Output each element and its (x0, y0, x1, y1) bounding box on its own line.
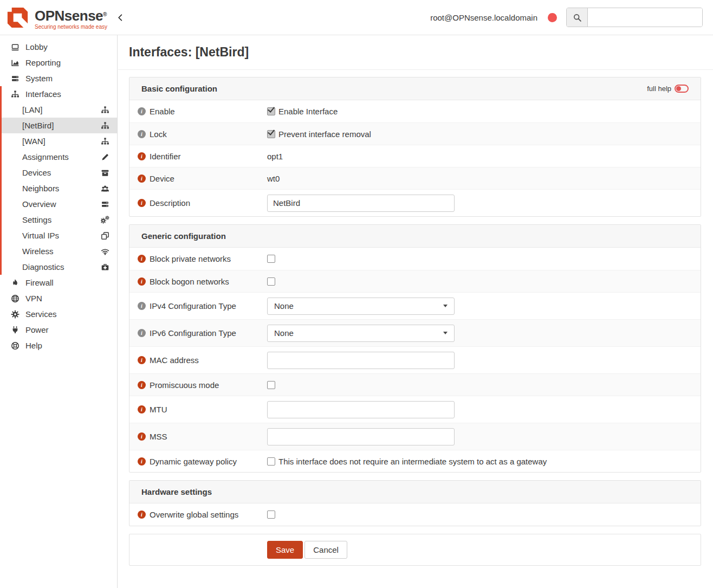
sidebar-item-power[interactable]: Power (0, 322, 117, 338)
description-input[interactable] (267, 195, 455, 212)
sidebar-item-label: [NetBird] (22, 121, 54, 130)
ipv4-configuration-type-select[interactable]: None (267, 298, 455, 315)
header-right: root@OPNsense.localdomain (430, 8, 703, 27)
sidebar-item-devices[interactable]: Devices (0, 165, 117, 180)
life-ring-icon (10, 341, 20, 350)
laptop-icon (10, 43, 20, 51)
info-icon[interactable]: i (138, 511, 146, 519)
panel-title: Hardware settings (141, 487, 212, 496)
info-icon[interactable]: i (138, 381, 146, 389)
page-title: Interfaces: [NetBird] (129, 45, 249, 60)
sidebar-item-label: Help (25, 341, 42, 350)
overwrite-global-settings-checkbox[interactable] (267, 511, 275, 519)
sidebar-item-label: Power (25, 325, 49, 334)
sidebar-item-wan[interactable]: [WAN] (0, 133, 117, 149)
field-label-text: IPv4 Configuration Type (150, 301, 236, 311)
field-label-description: iDescription (129, 198, 267, 208)
mtu-input[interactable] (267, 401, 455, 418)
top-header: OPNsense® Securing networks made easy ro… (0, 0, 713, 35)
form-row-description: iDescription (129, 189, 701, 216)
full-help-toggle[interactable]: full help (647, 85, 689, 93)
promiscuous-mode-checkbox[interactable] (267, 381, 275, 389)
form-row-block-private-networks: iBlock private networks (129, 248, 701, 270)
checkbox-label: This interface does not require an inter… (278, 457, 547, 466)
field-label-ipv4-configuration-type: iIPv4 Configuration Type (129, 301, 267, 311)
field-label-text: Enable (150, 107, 175, 116)
info-icon[interactable]: i (138, 175, 146, 183)
notification-dot[interactable] (548, 13, 557, 22)
info-icon[interactable]: i (138, 255, 146, 263)
field-label-text: Identifier (150, 152, 181, 161)
chart-icon (10, 59, 20, 67)
search-icon (567, 8, 588, 27)
form-row-lock: iLockPrevent interface removal (129, 122, 701, 145)
info-icon[interactable]: i (138, 277, 146, 286)
logo-name: OPNsense® (35, 8, 107, 22)
sidebar-item-diagnostics[interactable]: Diagnostics (0, 259, 117, 275)
sidebar-item-settings[interactable]: Settings (0, 212, 117, 228)
sidebar-item-lan[interactable]: [LAN] (0, 102, 117, 118)
mss-input[interactable] (267, 428, 455, 445)
sidebar-item-label: VPN (25, 294, 42, 303)
sidebar-item-label: Lobby (25, 42, 48, 51)
page-title-bar: Interfaces: [NetBird] (118, 35, 713, 70)
info-icon[interactable]: i (138, 457, 146, 466)
cancel-button[interactable]: Cancel (304, 541, 347, 559)
enable-checkbox[interactable] (267, 107, 275, 115)
select-value: None (274, 301, 294, 311)
sidebar-item-netbird[interactable]: [NetBird] (0, 118, 117, 133)
sidebar-item-lobby[interactable]: Lobby (0, 39, 117, 55)
sidebar-item-help[interactable]: Help (0, 338, 117, 353)
info-icon[interactable]: i (138, 432, 146, 441)
info-icon[interactable]: i (138, 107, 146, 115)
ipv6-configuration-type-select[interactable]: None (267, 325, 455, 342)
global-search-input[interactable] (588, 8, 702, 27)
field-label-block-private-networks: iBlock private networks (129, 254, 267, 263)
sidebar-item-system[interactable]: System (0, 70, 117, 86)
info-icon[interactable]: i (138, 356, 146, 364)
field-label-mtu: iMTU (129, 405, 267, 414)
sidebar-item-services[interactable]: Services (0, 306, 117, 322)
sidebar-item-virtual-ips[interactable]: Virtual IPs (0, 228, 117, 243)
field-control (267, 195, 701, 212)
mac-address-input[interactable] (267, 352, 455, 369)
info-icon[interactable]: i (138, 152, 146, 160)
sidebar-item-interfaces[interactable]: Interfaces (0, 86, 117, 102)
sidebar-item-overview[interactable]: Overview (0, 196, 117, 212)
sidebar-item-firewall[interactable]: Firewall (0, 275, 117, 290)
info-icon[interactable]: i (138, 199, 146, 207)
info-icon[interactable]: i (138, 405, 146, 413)
form-row-promiscuous-mode: iPromiscuous mode (129, 373, 701, 396)
collapse-sidebar-icon[interactable] (116, 11, 127, 23)
wifi-icon (100, 247, 110, 256)
field-control: Prevent interface removal (267, 130, 701, 139)
panel-generic: Generic configurationiBlock private netw… (129, 224, 701, 473)
info-icon[interactable]: i (138, 329, 146, 337)
sidebar-item-label: [LAN] (22, 105, 43, 114)
device-value: wt0 (267, 174, 280, 183)
sitemap-icon (100, 106, 110, 114)
save-button[interactable]: Save (267, 541, 303, 559)
info-icon[interactable]: i (138, 130, 146, 138)
sidebar-item-wireless[interactable]: Wireless (0, 243, 117, 259)
logo-tagline: Securing networks made easy (35, 24, 107, 30)
sidebar-item-reporting[interactable]: Reporting (0, 55, 117, 70)
field-control: opt1 (267, 152, 701, 161)
dynamic-gateway-policy-checkbox[interactable] (267, 457, 275, 466)
block-bogon-networks-checkbox[interactable] (267, 277, 275, 286)
opnsense-logo[interactable]: OPNsense® Securing networks made easy (5, 5, 107, 30)
globe-icon (10, 294, 20, 303)
field-label-block-bogon-networks: iBlock bogon networks (129, 277, 267, 286)
lock-checkbox[interactable] (267, 130, 275, 138)
field-control: wt0 (267, 174, 701, 183)
sidebar-item-vpn[interactable]: VPN (0, 290, 117, 306)
block-private-networks-checkbox[interactable] (267, 255, 275, 263)
users-icon (100, 184, 110, 193)
info-icon[interactable]: i (138, 302, 146, 310)
sidebar-item-assignments[interactable]: Assignments (0, 149, 117, 165)
sidebar-item-neighbors[interactable]: Neighbors (0, 180, 117, 196)
registered-mark: ® (103, 11, 107, 17)
gears-icon (100, 216, 110, 224)
field-label-text: MAC address (150, 356, 199, 365)
sidebar-item-label: Reporting (25, 58, 61, 67)
